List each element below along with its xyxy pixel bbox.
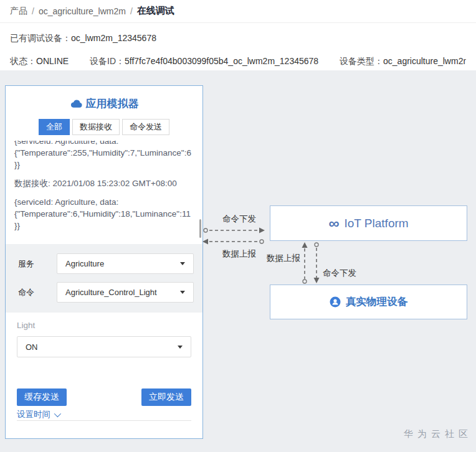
command-delivery-label: 命令下发 (323, 268, 361, 279)
app-simulator-panel: 应用模拟器 全部 数据接收 命令发送 {serviceId: Agricultu… (5, 85, 203, 439)
iot-platform-box: ∞ IoT Platform (270, 205, 467, 241)
breadcrumb-products-link[interactable]: 产品 (10, 6, 27, 17)
light-select-value: ON (26, 342, 38, 352)
chevron-down-icon (54, 410, 61, 417)
iot-platform-icon: ∞ (328, 217, 339, 230)
log-line: {"Temperature":255,"Humidity":7,"Luminan… (14, 147, 194, 159)
breadcrumb: 产品 / oc_agriculture_lwm2m / 在线调试 (0, 0, 476, 23)
data-report-label: 数据上报 (211, 248, 268, 260)
divider (17, 420, 191, 421)
debug-workspace: 应用模拟器 全部 数据接收 命令发送 {serviceId: Agricultu… (0, 70, 476, 452)
simulator-title-text: 应用模拟器 (86, 97, 139, 111)
light-value-select[interactable]: ON (17, 336, 191, 357)
simulator-title: 应用模拟器 (6, 97, 202, 111)
huawei-cloud-community-watermark: 华为云社区 (404, 428, 472, 440)
command-form: 服务 Agriculture 命令 Agriculture_Control_Li… (6, 244, 202, 313)
cloud-icon (70, 99, 83, 108)
breadcrumb-separator: / (32, 6, 34, 16)
service-select-value: Agriculture (65, 259, 104, 268)
device-type-value: oc_agriculture_lwm2m (383, 56, 466, 66)
tab-command-sent[interactable]: 命令发送 (122, 119, 169, 135)
log-filter-tabs: 全部 数据接收 命令发送 (6, 119, 202, 135)
status-value: ONLINE (36, 56, 69, 66)
command-delivery-label: 命令下发 (211, 214, 268, 225)
send-now-button[interactable]: 立即发送 (141, 388, 191, 406)
tab-all[interactable]: 全部 (39, 119, 70, 135)
debug-device-value: oc_lwm2m_12345678 (71, 33, 156, 43)
breadcrumb-separator: / (130, 6, 133, 16)
page-title: 在线调试 (137, 5, 174, 17)
log-line: {serviceId: Agriculture, data: (14, 196, 194, 208)
log-line: {serviceId: Agriculture, data: (14, 141, 194, 147)
log-scrollbar[interactable] (199, 219, 201, 238)
iot-platform-label: IoT Platform (344, 217, 408, 230)
tab-data-received[interactable]: 数据接收 (72, 119, 120, 135)
message-log[interactable]: {serviceId: Agriculture, data: {"Tempera… (6, 141, 202, 244)
command-select-value: Agriculture_Control_Light (65, 288, 157, 297)
set-time-label: 设置时间 (17, 409, 50, 420)
set-time-toggle[interactable]: 设置时间 (17, 409, 59, 420)
data-report-label: 数据上报 (262, 253, 300, 264)
command-select[interactable]: Agriculture_Control_Light (57, 282, 194, 303)
physical-device-label: 真实物理设备 (346, 295, 407, 309)
chevron-down-icon (180, 262, 185, 265)
command-params-section: Light ON (6, 313, 202, 357)
debug-device-line: 已有调试设备：oc_lwm2m_12345678 (10, 33, 466, 44)
device-id-value: 5ff7fc7e4f04b003099f05b4_oc_lwm2m_123456… (125, 56, 318, 66)
breadcrumb-product-link[interactable]: oc_agriculture_lwm2m (39, 6, 126, 16)
device-user-icon (330, 296, 341, 308)
device-status-line: 状态：ONLINE 设备ID：5ff7fc7e4f04b003099f05b4_… (10, 56, 466, 67)
service-select[interactable]: Agriculture (57, 253, 194, 274)
page-header: 产品 / oc_agriculture_lwm2m / 在线调试 已有调试设备：… (0, 0, 476, 70)
send-actions: 缓存发送 立即发送 (17, 388, 191, 406)
log-line: {"Temperature":6,"Humidity":18,"Luminanc… (14, 208, 194, 220)
log-line: }} (14, 159, 194, 171)
device-type-label: 设备类型： (340, 56, 383, 66)
service-label: 服务 (14, 258, 57, 270)
log-timestamp: 数据接收: 2021/01/08 15:23:02 GMT+08:00 (14, 177, 194, 189)
light-param-label: Light (17, 321, 191, 330)
device-id-label: 设备ID： (90, 56, 125, 66)
chevron-down-icon (178, 346, 183, 349)
command-label: 命令 (14, 287, 57, 298)
debug-device-label: 已有调试设备： (10, 33, 71, 43)
chevron-down-icon (180, 291, 185, 294)
physical-device-box: 真实物理设备 (270, 285, 467, 319)
status-label: 状态： (10, 56, 36, 66)
log-line: }} (14, 220, 194, 232)
cache-send-button[interactable]: 缓存发送 (17, 388, 67, 406)
